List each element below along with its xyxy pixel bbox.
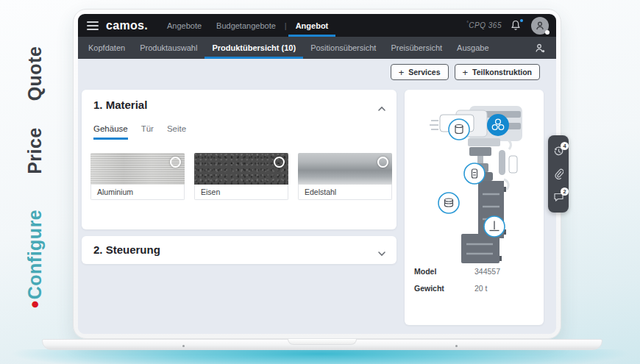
material-option-label: Eisen xyxy=(194,185,288,200)
hotspot-clamp xyxy=(484,216,505,237)
gewicht-label: Gewicht xyxy=(414,284,474,293)
material-option-label: Aluminium xyxy=(90,185,185,200)
history-icon[interactable]: 4 xyxy=(552,145,565,158)
hotspot-spindle xyxy=(464,163,485,184)
actions-row: + Services + Teilkonstruktion xyxy=(391,64,540,80)
material-part-tabs: Gehäuse Tür Seite xyxy=(93,124,186,140)
brand-word-configure-label: Configure xyxy=(24,210,45,300)
base-screw xyxy=(455,345,458,347)
main-content: + Services + Teilkonstruktion 1. Materia… xyxy=(78,59,556,334)
material-option-edelstahl[interactable]: Edelstahl xyxy=(298,153,392,200)
teilkonstruktion-button-label: Teilkonstruktion xyxy=(472,68,532,76)
tab-seite[interactable]: Seite xyxy=(167,124,186,140)
comment-icon[interactable]: 2 xyxy=(552,190,565,204)
notifications-bell-icon[interactable] xyxy=(511,20,522,32)
aluminium-texture xyxy=(90,153,185,185)
tab-ausgabe[interactable]: Ausgabe xyxy=(449,37,496,59)
laptop-base xyxy=(42,339,602,350)
tab-produktuebersicht[interactable]: Produktübersicht (10) xyxy=(205,37,303,59)
product-preview-card: Model 344557 Gewicht 20 t xyxy=(405,90,544,325)
product-name-label: °CPQ 365 xyxy=(466,21,502,29)
expand-chevron-down-icon[interactable] xyxy=(377,246,386,260)
nav-divider: | xyxy=(283,21,288,30)
hotspot-stack xyxy=(438,193,459,213)
avatar-status-dot xyxy=(545,30,550,35)
edelstahl-texture xyxy=(298,153,392,185)
topbar-right-group: °CPQ 365 xyxy=(466,14,556,37)
steuerung-section-card: 2. Steuerung xyxy=(82,236,397,264)
collapse-chevron-up-icon[interactable] xyxy=(377,101,386,115)
base-screw xyxy=(182,345,185,347)
brand-word-price: Price xyxy=(23,92,46,210)
quote-step-tabs: Kopfdaten Produktauswahl Produktübersich… xyxy=(78,37,556,59)
tab-kopfdaten[interactable]: Kopfdaten xyxy=(81,37,132,59)
services-button-label: Services xyxy=(408,68,440,76)
brand-red-dot: • xyxy=(23,300,47,308)
hotspot-material xyxy=(449,119,469,140)
tab-tuer[interactable]: Tür xyxy=(141,124,154,140)
model-row: Model 344557 xyxy=(414,267,534,276)
hotspot-color xyxy=(487,114,509,136)
gewicht-value: 20 t xyxy=(474,284,488,293)
tab-preisuebersicht[interactable]: Preisübersicht xyxy=(383,37,449,59)
paperclip-icon[interactable] xyxy=(552,168,565,181)
eisen-texture xyxy=(194,153,288,185)
material-option-aluminium[interactable]: Aluminium xyxy=(90,153,185,200)
share-user-icon[interactable] xyxy=(534,37,556,59)
material-option-label: Edelstahl xyxy=(298,185,392,200)
radio-button[interactable] xyxy=(170,157,181,168)
material-section-card: 1. Material Gehäuse Tür Seite xyxy=(82,90,397,229)
gewicht-row: Gewicht 20 t xyxy=(414,284,534,293)
model-label: Model xyxy=(414,267,474,276)
material-section-title: 1. Material xyxy=(93,99,147,111)
hamburger-menu-icon[interactable] xyxy=(87,21,99,30)
tab-produktauswahl[interactable]: Produktauswahl xyxy=(132,37,205,59)
add-services-button[interactable]: + Services xyxy=(391,64,449,80)
history-badge: 4 xyxy=(561,142,569,150)
side-toolbar: 4 2 xyxy=(548,135,569,213)
radio-button[interactable] xyxy=(377,157,388,168)
comments-badge: 2 xyxy=(561,188,569,196)
steuerung-section-title: 2. Steuerung xyxy=(93,243,160,256)
plus-icon: + xyxy=(399,68,405,77)
add-teilkonstruktion-button[interactable]: + Teilkonstruktion xyxy=(455,64,541,80)
notification-dot xyxy=(520,19,523,22)
laptop-base-notch xyxy=(288,339,357,345)
nav-item-budgetangebote[interactable]: Budgetangebote xyxy=(209,14,283,37)
nav-item-angebote[interactable]: Angebote xyxy=(160,14,209,37)
user-avatar[interactable] xyxy=(531,17,549,35)
top-app-bar: camos. Angebote Budgetangebote | Angebot… xyxy=(78,14,556,37)
laptop-screen-bezel: camos. Angebote Budgetangebote | Angebot… xyxy=(73,9,561,339)
app-display: camos. Angebote Budgetangebote | Angebot… xyxy=(78,14,556,334)
tab-positionsuebersicht[interactable]: Positionsübersicht xyxy=(303,37,383,59)
brand-word-configure: •Configure xyxy=(23,200,46,318)
nav-item-angebot[interactable]: Angebot xyxy=(288,14,336,37)
cyan-glow xyxy=(0,349,640,364)
plus-icon: + xyxy=(463,68,469,77)
product-name: CPQ 365 xyxy=(469,22,502,30)
tab-gehaeuse[interactable]: Gehäuse xyxy=(93,124,128,140)
camos-logo: camos. xyxy=(106,19,148,32)
material-options: Aluminium Eisen Edelstahl xyxy=(90,153,392,200)
model-value: 344557 xyxy=(474,267,500,276)
top-navigation: Angebote Budgetangebote | Angebot xyxy=(160,14,335,37)
machine-illustration xyxy=(405,93,544,265)
page: Quote Price •Configure camos. Angebote B… xyxy=(0,0,640,364)
radio-button[interactable] xyxy=(274,157,285,168)
material-option-eisen[interactable]: Eisen xyxy=(194,153,288,200)
